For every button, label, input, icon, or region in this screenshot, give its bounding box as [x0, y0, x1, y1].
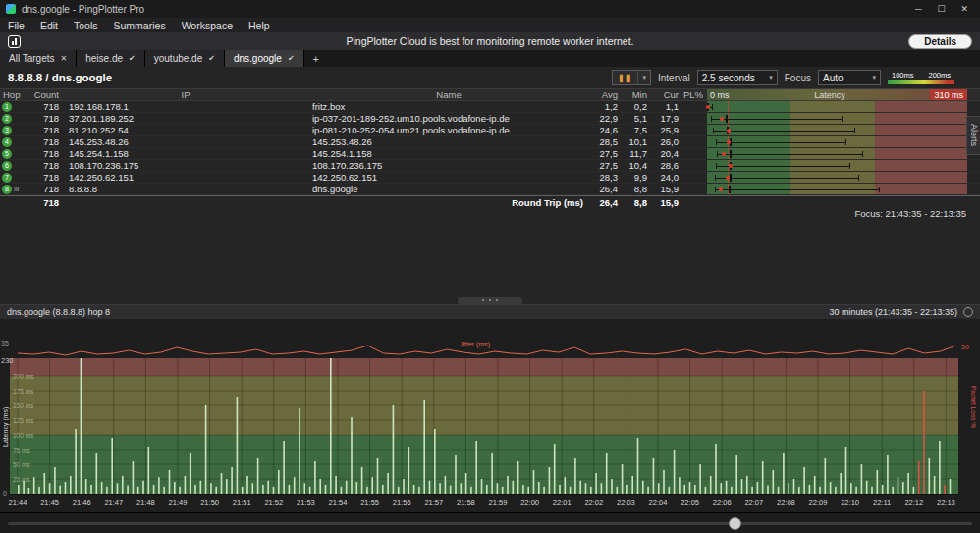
splitter-grip[interactable]: [458, 297, 522, 304]
pause-button[interactable]: ❚❚ ▾: [612, 70, 651, 85]
latency-bar: [341, 487, 343, 494]
latency-bar: [481, 479, 483, 494]
whisker-range: [711, 119, 841, 120]
header-cur[interactable]: Cur: [652, 89, 683, 100]
latency-bar: [491, 453, 493, 494]
latency-bar: [850, 483, 852, 494]
latency-bar: [741, 479, 743, 494]
tab-youtube-de[interactable]: youtube.de✔: [145, 50, 225, 67]
latency-bar: [533, 470, 535, 494]
tab-heise-de[interactable]: heise.de✔: [77, 50, 145, 67]
focus-value: Auto: [823, 73, 844, 83]
whisker-tick: [717, 151, 718, 157]
latency-minigraph: [707, 101, 967, 112]
table-row[interactable]: 4718145.253.48.26145.253.48.2628,510,126…: [0, 136, 980, 148]
avg-marker: [730, 174, 732, 182]
latency-bar: [294, 477, 296, 494]
latency-bar: [81, 358, 82, 494]
latency-bar: [106, 487, 108, 494]
header-latency[interactable]: 0 ms Latency 310 ms: [707, 89, 967, 100]
menu-tools[interactable]: Tools: [66, 20, 106, 31]
current-marker: [719, 187, 723, 191]
latency-bar: [148, 447, 150, 494]
menu-file[interactable]: File: [0, 20, 32, 31]
latency-timeline-chart[interactable]: 21:4421:4521:4621:4721:4821:4921:5021:51…: [0, 319, 980, 512]
header-avg[interactable]: Avg: [589, 89, 623, 100]
table-row[interactable]: 271837.201.189.252ip-037-201-189-252.um1…: [0, 113, 980, 125]
menu-workspace[interactable]: Workspace: [174, 20, 241, 31]
interval-select[interactable]: 2.5 seconds ▾: [697, 70, 778, 85]
x-axis-label: 21:55: [360, 498, 379, 506]
alerts-side-tab[interactable]: Alerts: [966, 116, 980, 155]
whisker-range: [717, 154, 862, 155]
latency-bar: [226, 479, 228, 494]
whisker-range: [713, 131, 853, 132]
latency-bar: [382, 485, 384, 494]
y-axis-label: 50 ms: [13, 461, 30, 468]
latency-bar: [23, 481, 25, 494]
latency-bar: [538, 482, 540, 494]
latency-bar: [637, 438, 639, 494]
timeline-zoom-icon[interactable]: [963, 307, 973, 317]
header-count[interactable]: Count: [27, 89, 63, 100]
table-row[interactable]: 8ılı7188.8.8.8dns.google26,48,815,9: [0, 184, 980, 195]
header-min[interactable]: Min: [623, 89, 652, 100]
x-axis-label: 22:07: [744, 498, 763, 506]
minimize-icon[interactable]: ─: [915, 4, 921, 14]
latency-bar: [18, 485, 20, 494]
ip-cell: 37.201.189.252: [63, 113, 308, 124]
table-row[interactable]: 1718192.168.178.1fritz.box1,20,21,1: [0, 101, 980, 113]
scrollbar-track[interactable]: [8, 522, 972, 525]
tab-dns-google[interactable]: dns.google✔: [225, 50, 304, 67]
tab-check-icon[interactable]: ✔: [288, 54, 295, 63]
tab-all-targets[interactable]: All Targets✕: [0, 50, 77, 67]
latency-bar: [465, 473, 467, 494]
name-cell: 142.250.62.151: [308, 172, 589, 183]
header-pl[interactable]: PL%: [683, 89, 707, 100]
x-axis-label: 21:51: [233, 498, 251, 506]
latency-color-scale[interactable]: 100ms 200ms: [888, 72, 954, 84]
menu-summaries[interactable]: Summaries: [106, 20, 174, 31]
focus-select[interactable]: Auto ▾: [818, 70, 881, 85]
tab-check-icon[interactable]: ✔: [129, 54, 136, 63]
latency-bar: [559, 485, 561, 494]
latency-minigraph: [707, 184, 967, 194]
latency-bar: [38, 487, 40, 494]
table-row[interactable]: 5718145.254.1.158145.254.1.15827,511,720…: [0, 148, 980, 160]
count-cell: 718: [27, 148, 63, 159]
header-hop[interactable]: Hop: [0, 89, 27, 100]
latency-bar: [757, 482, 759, 494]
pane-splitter[interactable]: [0, 296, 980, 304]
latency-bar: [502, 487, 504, 494]
table-row[interactable]: 7718142.250.62.151142.250.62.15128,39,92…: [0, 172, 980, 184]
latency-bar: [907, 473, 909, 494]
header-ip[interactable]: IP: [63, 89, 308, 100]
table-row[interactable]: 6718108.170.236.175108.170.236.17527,510…: [0, 160, 980, 172]
latency-bar: [950, 479, 952, 494]
menu-edit[interactable]: Edit: [32, 20, 66, 31]
pause-dropdown-caret-icon[interactable]: ▾: [637, 71, 650, 84]
details-button[interactable]: Details: [908, 34, 972, 49]
tab-check-icon[interactable]: ✔: [208, 54, 215, 63]
hop-number-badge: 5: [2, 149, 12, 159]
latency-bar: [59, 486, 61, 494]
cur-cell: 20,4: [652, 148, 683, 159]
ip-cell: 81.210.252.54: [63, 125, 308, 135]
latency-bar: [735, 455, 737, 494]
menu-help[interactable]: Help: [241, 20, 278, 31]
latency-zones: [707, 101, 967, 112]
table-row[interactable]: 371881.210.252.54ip-081-210-252-054.um21…: [0, 125, 980, 136]
latency-bar: [90, 485, 92, 494]
maximize-icon[interactable]: ☐: [937, 4, 945, 14]
latency-bar: [111, 438, 113, 494]
time-scrollbar[interactable]: [0, 512, 980, 533]
add-target-button[interactable]: +: [304, 50, 328, 67]
header-name[interactable]: Name: [308, 89, 589, 100]
close-icon[interactable]: ✕: [960, 4, 968, 14]
avg-cell: 28,5: [589, 136, 623, 147]
y-axis-label: 150 ms: [13, 402, 34, 409]
tab-close-icon[interactable]: ✕: [61, 54, 68, 63]
y-axis-label: 125 ms: [13, 417, 34, 424]
latency-bar: [689, 482, 691, 494]
scrollbar-thumb[interactable]: [729, 517, 741, 530]
